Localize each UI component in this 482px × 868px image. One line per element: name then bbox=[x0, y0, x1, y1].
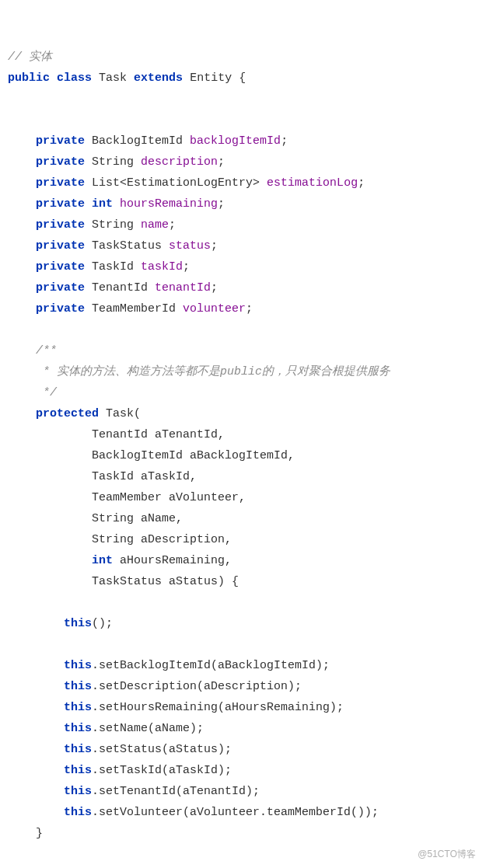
param-type: TaskId bbox=[92, 470, 134, 483]
field-type: TaskId bbox=[92, 260, 134, 274]
kw-this: this bbox=[64, 659, 92, 672]
class-name: Task bbox=[99, 71, 127, 85]
kw-private: private bbox=[36, 302, 85, 315]
stmt: .setTaskId(aTaskId); bbox=[92, 764, 232, 777]
javadoc-line: * 实体的方法、构造方法等都不是public的，只对聚合根提供服务 bbox=[36, 365, 390, 378]
field-type: String bbox=[92, 218, 134, 232]
comment-line: // 实体 bbox=[8, 51, 52, 64]
kw-private: private bbox=[36, 218, 85, 232]
kw-private: private bbox=[36, 155, 85, 169]
field-name: description bbox=[141, 155, 218, 169]
stmt: .setStatus(aStatus); bbox=[92, 743, 232, 756]
kw-int: int bbox=[92, 554, 113, 567]
this-call: (); bbox=[92, 617, 113, 630]
semi: ; bbox=[246, 302, 253, 315]
kw-class: class bbox=[57, 71, 92, 85]
param-type: BacklogItemId bbox=[92, 449, 183, 462]
semi: ; bbox=[358, 176, 365, 190]
kw-this: this bbox=[64, 701, 92, 714]
kw-this: this bbox=[64, 806, 92, 819]
kw-this: this bbox=[64, 743, 92, 756]
stmt: .setName(aName); bbox=[92, 722, 204, 735]
param-type: String bbox=[92, 533, 134, 546]
field-name: status bbox=[169, 239, 211, 253]
param-name: aVolunteer, bbox=[169, 491, 246, 504]
field-type: String bbox=[92, 155, 134, 169]
field-name: tenantId bbox=[155, 281, 211, 295]
stmt: .setVolunteer(aVolunteer.teamMemberId())… bbox=[92, 806, 379, 819]
field-name: backlogItemId bbox=[190, 134, 281, 148]
field-type: BacklogItemId bbox=[92, 134, 183, 148]
code-content: // 实体 public class Task extends Entity {… bbox=[8, 51, 390, 840]
semi: ; bbox=[169, 218, 176, 232]
javadoc-line: /** bbox=[36, 344, 57, 357]
kw-this: this bbox=[64, 722, 92, 735]
kw-private: private bbox=[36, 260, 85, 274]
field-type: TenantId bbox=[92, 281, 148, 295]
ctor-name: Task( bbox=[106, 407, 141, 420]
field-type: TaskStatus bbox=[92, 239, 162, 253]
param-type: TaskStatus bbox=[92, 575, 162, 588]
kw-private: private bbox=[36, 134, 85, 148]
javadoc-line: */ bbox=[36, 386, 57, 399]
kw-public: public bbox=[8, 71, 50, 85]
stmt: .setBacklogItemId(aBacklogItemId); bbox=[92, 659, 330, 672]
semi: ; bbox=[211, 281, 218, 295]
semi: ; bbox=[218, 155, 225, 169]
semi: ; bbox=[211, 239, 218, 253]
field-name: hoursRemaining bbox=[120, 197, 218, 211]
field-name: volunteer bbox=[183, 302, 246, 315]
kw-extends: extends bbox=[134, 71, 183, 85]
stmt: .setTenantId(aTenantId); bbox=[92, 785, 260, 798]
superclass: Entity bbox=[190, 71, 232, 85]
semi: ; bbox=[183, 260, 190, 274]
semi: ; bbox=[281, 134, 288, 148]
kw-this: this bbox=[64, 617, 92, 630]
param-type: TenantId bbox=[92, 428, 148, 441]
param-type: TeamMember bbox=[92, 491, 162, 504]
kw-protected: protected bbox=[36, 407, 99, 420]
param-name: aTaskId, bbox=[141, 470, 197, 483]
param-name: aBacklogItemId, bbox=[190, 449, 295, 462]
kw-this: this bbox=[64, 680, 92, 693]
param-name: aTenantId, bbox=[155, 428, 225, 441]
kw-this: this bbox=[64, 785, 92, 798]
param-name: aHoursRemaining, bbox=[120, 554, 232, 567]
field-type: TeamMemberId bbox=[92, 302, 176, 315]
brace: { bbox=[232, 71, 246, 85]
param-name: aDescription, bbox=[141, 533, 232, 546]
kw-private: private bbox=[36, 281, 85, 295]
param-type: String bbox=[92, 512, 134, 525]
field-name: name bbox=[141, 218, 169, 232]
kw-this: this bbox=[64, 764, 92, 777]
field-name: estimationLog bbox=[267, 176, 358, 190]
field-name: taskId bbox=[141, 260, 183, 274]
kw-int: int bbox=[92, 197, 113, 211]
param-name: aName, bbox=[141, 512, 183, 525]
kw-private: private bbox=[36, 197, 85, 211]
semi: ; bbox=[218, 197, 225, 211]
kw-private: private bbox=[36, 239, 85, 253]
field-type: List<EstimationLogEntry> bbox=[92, 176, 260, 190]
stmt: .setDescription(aDescription); bbox=[92, 680, 302, 693]
param-name: aStatus) { bbox=[169, 575, 239, 588]
stmt: .setHoursRemaining(aHoursRemaining); bbox=[92, 701, 344, 714]
kw-private: private bbox=[36, 176, 85, 190]
watermark: @51CTO博客 bbox=[417, 844, 476, 865]
brace: } bbox=[36, 827, 43, 840]
